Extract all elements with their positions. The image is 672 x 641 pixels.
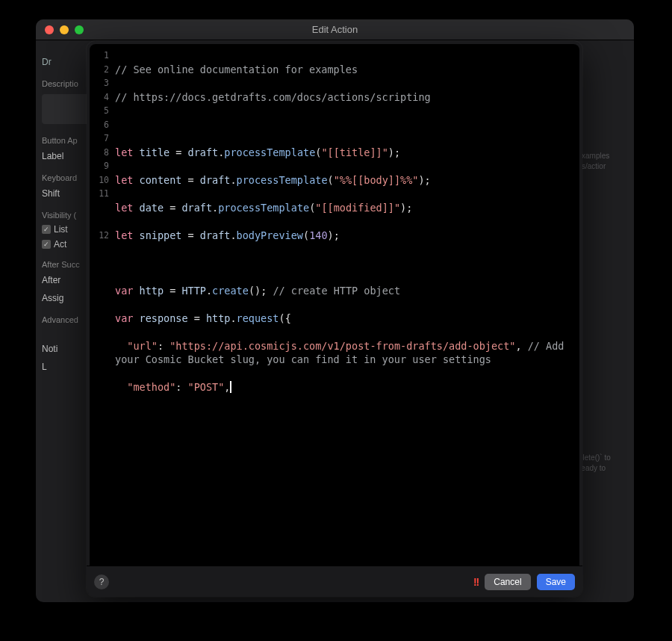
checkbox-list-label: List [54, 224, 68, 235]
checkbox-act-label: Act [54, 239, 66, 250]
script-editor-modal: 1 2 3 4 5 6 7 8 9 10 11 12 // See online… [87, 41, 582, 597]
help-button[interactable]: ? [94, 575, 109, 589]
line-number-gutter: 1 2 3 4 5 6 7 8 9 10 11 12 [90, 49, 115, 566]
code-content[interactable]: // See online documentation for examples… [115, 49, 579, 566]
right-hint-text-1: xamples s/actior [582, 151, 626, 172]
close-icon[interactable] [45, 25, 54, 34]
minimize-icon[interactable] [60, 25, 69, 34]
warning-icon: !! [473, 576, 479, 588]
traffic-lights [45, 25, 84, 34]
modal-footer: ? !! Cancel Save [87, 566, 582, 597]
titlebar: Edit Action [36, 19, 634, 40]
code-editor[interactable]: 1 2 3 4 5 6 7 8 9 10 11 12 // See online… [90, 44, 579, 566]
save-button[interactable]: Save [537, 574, 575, 590]
fullscreen-icon[interactable] [75, 25, 84, 34]
right-hint-text-2: plete()` to ready to [579, 453, 626, 474]
text-cursor [230, 381, 231, 393]
cancel-button[interactable]: Cancel [485, 574, 530, 590]
window-title: Edit Action [36, 24, 634, 35]
